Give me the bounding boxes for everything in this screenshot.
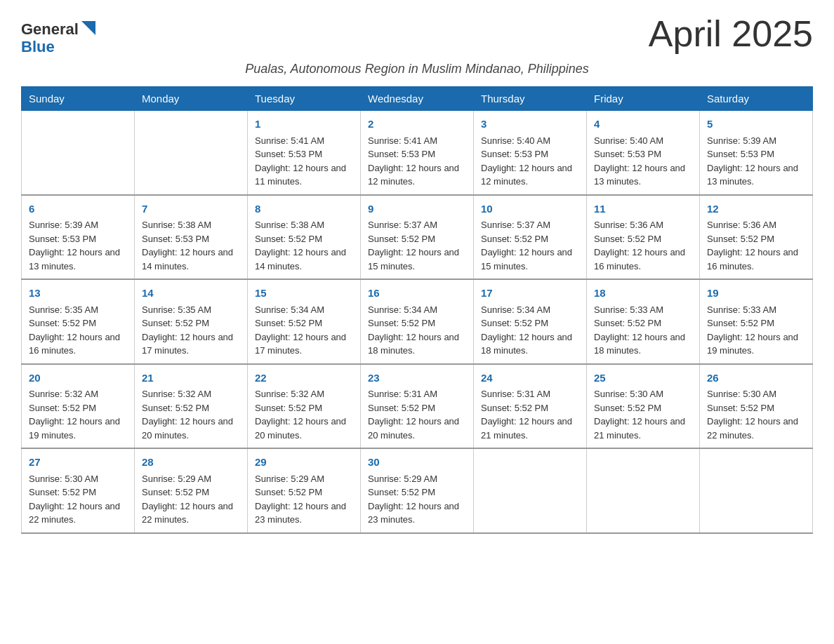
- calendar-cell: 13Sunrise: 5:35 AMSunset: 5:52 PMDayligh…: [22, 279, 135, 364]
- calendar-cell: 1Sunrise: 5:41 AMSunset: 5:53 PMDaylight…: [248, 111, 361, 195]
- day-info: Daylight: 12 hours and 13 minutes.: [707, 161, 805, 189]
- calendar-cell: 30Sunrise: 5:29 AMSunset: 5:52 PMDayligh…: [361, 448, 474, 533]
- calendar-cell: 7Sunrise: 5:38 AMSunset: 5:53 PMDaylight…: [135, 195, 248, 280]
- day-info: Sunset: 5:52 PM: [29, 316, 127, 330]
- calendar-week-row: 6Sunrise: 5:39 AMSunset: 5:53 PMDaylight…: [22, 195, 813, 280]
- calendar-cell: 21Sunrise: 5:32 AMSunset: 5:52 PMDayligh…: [135, 364, 248, 449]
- calendar-table: SundayMondayTuesdayWednesdayThursdayFrid…: [21, 86, 813, 534]
- day-number: 18: [594, 286, 692, 302]
- day-info: Daylight: 12 hours and 20 minutes.: [368, 415, 466, 442]
- day-info: Sunset: 5:52 PM: [142, 485, 240, 499]
- day-number: 15: [255, 286, 353, 302]
- calendar-cell: 26Sunrise: 5:30 AMSunset: 5:52 PMDayligh…: [700, 364, 813, 449]
- calendar-cell: 24Sunrise: 5:31 AMSunset: 5:52 PMDayligh…: [474, 364, 587, 449]
- day-info: Daylight: 12 hours and 17 minutes.: [142, 330, 240, 358]
- calendar-cell: 12Sunrise: 5:36 AMSunset: 5:52 PMDayligh…: [700, 195, 813, 280]
- day-number: 20: [29, 370, 127, 387]
- day-info: Sunset: 5:52 PM: [368, 485, 466, 499]
- day-info: Sunset: 5:53 PM: [707, 147, 805, 161]
- calendar-cell: 4Sunrise: 5:40 AMSunset: 5:53 PMDaylight…: [587, 111, 700, 195]
- calendar-cell: 14Sunrise: 5:35 AMSunset: 5:52 PMDayligh…: [135, 279, 248, 364]
- logo: General Blue: [21, 21, 95, 56]
- day-info: Daylight: 12 hours and 22 minutes.: [707, 415, 805, 442]
- day-number: 7: [142, 201, 240, 217]
- calendar-cell: [135, 111, 248, 195]
- day-info: Sunrise: 5:32 AM: [142, 387, 240, 401]
- logo-line1: General: [21, 21, 79, 38]
- calendar-cell: [587, 448, 700, 533]
- day-info: Sunrise: 5:36 AM: [594, 218, 692, 232]
- day-info: Sunrise: 5:34 AM: [368, 303, 466, 317]
- day-info: Daylight: 12 hours and 18 minutes.: [594, 330, 692, 358]
- day-info: Sunrise: 5:29 AM: [142, 472, 240, 486]
- day-info: Daylight: 12 hours and 14 minutes.: [142, 246, 240, 273]
- day-number: 10: [481, 201, 579, 217]
- day-info: Daylight: 12 hours and 20 minutes.: [142, 415, 240, 442]
- day-number: 8: [255, 201, 353, 217]
- calendar-cell: [474, 448, 587, 533]
- day-info: Sunset: 5:53 PM: [481, 147, 579, 161]
- calendar-cell: 28Sunrise: 5:29 AMSunset: 5:52 PMDayligh…: [135, 448, 248, 533]
- day-info: Sunset: 5:52 PM: [255, 401, 353, 415]
- calendar-cell: 27Sunrise: 5:30 AMSunset: 5:52 PMDayligh…: [22, 448, 135, 533]
- day-info: Sunrise: 5:34 AM: [481, 303, 579, 317]
- day-number: 26: [707, 370, 805, 387]
- day-info: Sunrise: 5:30 AM: [594, 387, 692, 401]
- day-info: Daylight: 12 hours and 12 minutes.: [368, 161, 466, 189]
- day-info: Sunset: 5:53 PM: [142, 232, 240, 246]
- day-number: 17: [481, 286, 579, 302]
- calendar-cell: [700, 448, 813, 533]
- day-info: Sunset: 5:52 PM: [368, 401, 466, 415]
- day-info: Sunrise: 5:29 AM: [368, 472, 466, 486]
- day-number: 6: [29, 201, 127, 217]
- day-info: Sunrise: 5:41 AM: [368, 134, 466, 148]
- day-info: Daylight: 12 hours and 22 minutes.: [29, 499, 127, 527]
- day-info: Daylight: 12 hours and 16 minutes.: [29, 330, 127, 358]
- day-info: Sunrise: 5:41 AM: [255, 134, 353, 148]
- day-number: 3: [481, 116, 579, 133]
- day-number: 13: [29, 286, 127, 302]
- day-info: Sunset: 5:52 PM: [368, 316, 466, 330]
- calendar-cell: 11Sunrise: 5:36 AMSunset: 5:52 PMDayligh…: [587, 195, 700, 280]
- calendar-cell: 17Sunrise: 5:34 AMSunset: 5:52 PMDayligh…: [474, 279, 587, 364]
- day-number: 14: [142, 286, 240, 302]
- calendar-cell: 6Sunrise: 5:39 AMSunset: 5:53 PMDaylight…: [22, 195, 135, 280]
- day-info: Sunset: 5:52 PM: [481, 232, 579, 246]
- day-info: Sunrise: 5:38 AM: [142, 218, 240, 232]
- calendar-cell: 10Sunrise: 5:37 AMSunset: 5:52 PMDayligh…: [474, 195, 587, 280]
- day-info: Sunset: 5:52 PM: [29, 485, 127, 499]
- day-number: 19: [707, 286, 805, 302]
- day-number: 4: [594, 116, 692, 133]
- weekday-header-saturday: Saturday: [700, 87, 813, 111]
- day-info: Sunset: 5:52 PM: [707, 401, 805, 415]
- day-info: Sunset: 5:53 PM: [594, 147, 692, 161]
- day-info: Daylight: 12 hours and 18 minutes.: [368, 330, 466, 358]
- subtitle: Pualas, Autonomous Region in Muslim Mind…: [21, 62, 813, 76]
- weekday-header-friday: Friday: [587, 87, 700, 111]
- day-number: 5: [707, 116, 805, 133]
- day-info: Sunrise: 5:37 AM: [481, 218, 579, 232]
- calendar-cell: 3Sunrise: 5:40 AMSunset: 5:53 PMDaylight…: [474, 111, 587, 195]
- day-info: Sunrise: 5:33 AM: [707, 303, 805, 317]
- day-info: Sunrise: 5:35 AM: [29, 303, 127, 317]
- day-info: Daylight: 12 hours and 18 minutes.: [481, 330, 579, 358]
- calendar-cell: [22, 111, 135, 195]
- day-info: Sunrise: 5:32 AM: [29, 387, 127, 401]
- weekday-header-thursday: Thursday: [474, 87, 587, 111]
- calendar-cell: 18Sunrise: 5:33 AMSunset: 5:52 PMDayligh…: [587, 279, 700, 364]
- day-info: Daylight: 12 hours and 19 minutes.: [707, 330, 805, 358]
- calendar-cell: 29Sunrise: 5:29 AMSunset: 5:52 PMDayligh…: [248, 448, 361, 533]
- day-number: 23: [368, 370, 466, 387]
- page-title: April 2025: [649, 14, 813, 54]
- day-info: Sunset: 5:53 PM: [255, 147, 353, 161]
- day-info: Daylight: 12 hours and 13 minutes.: [594, 161, 692, 189]
- day-info: Sunrise: 5:34 AM: [255, 303, 353, 317]
- day-info: Sunset: 5:52 PM: [707, 232, 805, 246]
- weekday-header-sunday: Sunday: [22, 87, 135, 111]
- calendar-cell: 19Sunrise: 5:33 AMSunset: 5:52 PMDayligh…: [700, 279, 813, 364]
- day-info: Sunset: 5:52 PM: [142, 316, 240, 330]
- day-info: Sunset: 5:52 PM: [255, 316, 353, 330]
- day-number: 25: [594, 370, 692, 387]
- day-info: Daylight: 12 hours and 15 minutes.: [481, 246, 579, 273]
- weekday-header-tuesday: Tuesday: [248, 87, 361, 111]
